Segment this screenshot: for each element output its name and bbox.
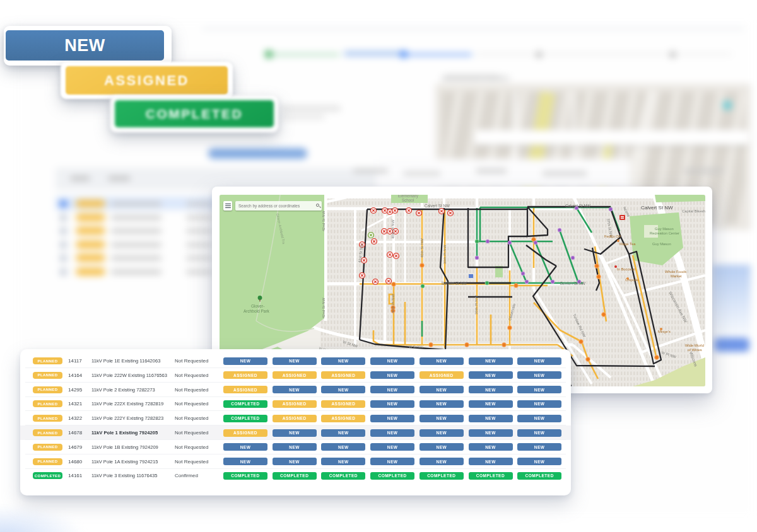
svg-text:Glover-: Glover- bbox=[251, 304, 264, 308]
svg-text:School: School bbox=[402, 198, 414, 202]
svg-text:40th Pl NW: 40th Pl NW bbox=[391, 219, 395, 239]
svg-text:Calvert St NW: Calvert St NW bbox=[425, 204, 450, 208]
svg-text:Whole Foods: Whole Foods bbox=[665, 270, 686, 274]
svg-text:Calvert St NW: Calvert St NW bbox=[641, 205, 673, 211]
svg-text:Wide World: Wide World bbox=[685, 344, 704, 347]
svg-text:Guy Mason: Guy Mason bbox=[652, 242, 671, 246]
svg-text:FedEx Off: FedEx Off bbox=[604, 234, 621, 238]
svg-text:Archbold Park: Archbold Park bbox=[244, 309, 270, 313]
svg-text:Minge's: Minge's bbox=[658, 330, 671, 333]
svg-text:40th St NW: 40th St NW bbox=[420, 238, 424, 258]
svg-text:Capital Bikeshare: Capital Bikeshare bbox=[682, 209, 705, 213]
svg-text:W St NW: W St NW bbox=[409, 345, 423, 349]
svg-text:39th Pl NW: 39th Pl NW bbox=[474, 295, 478, 315]
svg-text:Guy Mason: Guy Mason bbox=[655, 227, 674, 231]
svg-text:Mage Tea: Mage Tea bbox=[619, 242, 636, 246]
svg-text:Calvert St NW: Calvert St NW bbox=[565, 204, 590, 208]
svg-text:Benton St NW: Benton St NW bbox=[560, 281, 585, 286]
svg-text:In Bocca al: In Bocca al bbox=[617, 267, 635, 271]
svg-text:Benton St NW: Benton St NW bbox=[442, 281, 467, 286]
svg-text:42nd St NW: 42nd St NW bbox=[322, 211, 326, 231]
svg-text:of Wines: of Wines bbox=[688, 348, 702, 352]
svg-text:Market: Market bbox=[671, 274, 682, 278]
svg-text:40th Pl NW: 40th Pl NW bbox=[391, 294, 395, 313]
svg-text:39th Pl NW: 39th Pl NW bbox=[443, 245, 447, 264]
svg-text:Recreation Center: Recreation Center bbox=[650, 231, 679, 235]
svg-text:42nd St NW: 42nd St NW bbox=[322, 298, 326, 318]
